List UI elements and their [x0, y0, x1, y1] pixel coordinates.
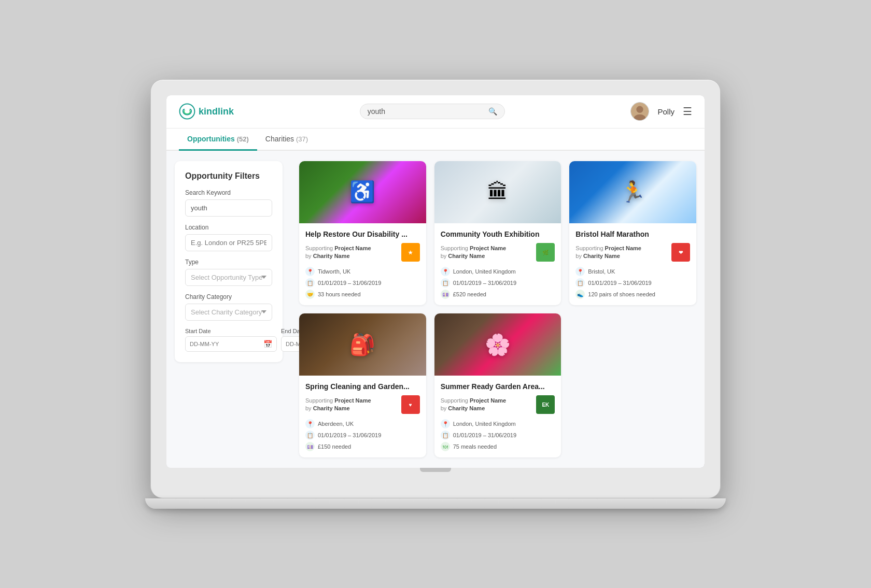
opportunity-meta: 📍 Tidworth, UK 📋 01/01/2019 – 31/06/2019…	[305, 267, 420, 299]
meta-requirement: 🤝 33 hours needed	[305, 290, 420, 299]
location-icon: 📍	[305, 419, 315, 428]
laptop-screen: kindlink 🔍 Polly ☰	[166, 95, 705, 468]
dates-text: 01/01/2019 – 31/06/2019	[588, 280, 651, 286]
requirement-icon: 👟	[575, 290, 585, 299]
requirement-text: 75 meals needed	[453, 443, 497, 450]
opportunity-meta: 📍 Aberdeen, UK 📋 01/01/2019 – 31/06/2019…	[305, 419, 420, 451]
opportunity-image: 🏃	[569, 161, 696, 223]
supporting-text: Supporting Project Name by Charity Name	[441, 245, 507, 261]
supporting-text: Supporting Project Name by Charity Name	[575, 245, 641, 261]
tab-charities-count: (37)	[296, 135, 308, 143]
opportunity-title: Summer Ready Garden Area...	[441, 382, 555, 391]
opportunity-card[interactable]: 🌸 Summer Ready Garden Area... Supporting…	[434, 313, 561, 457]
opportunity-card[interactable]: 🏛 Community Youth Exhibition Supporting …	[434, 161, 561, 305]
tab-opportunities[interactable]: Opportunities (52)	[179, 128, 257, 151]
location-text: Aberdeen, UK	[318, 421, 354, 427]
charity-logo: ♥	[401, 395, 420, 414]
opportunity-card[interactable]: 🏃 Bristol Half Marathon Supporting Proje…	[569, 161, 696, 305]
charity-logo: EK	[536, 395, 555, 414]
meta-location: 📍 London, United Kingdom	[441, 267, 555, 276]
opportunity-card[interactable]: ♿ Help Restore Our Disability ... Suppor…	[299, 161, 426, 305]
laptop-wrapper: kindlink 🔍 Polly ☰	[150, 79, 721, 509]
requirement-icon: 💷	[441, 290, 450, 299]
header-right: Polly ☰	[630, 102, 692, 121]
location-icon: 📍	[305, 267, 315, 276]
supporting-text: Supporting Project Name by Charity Name	[305, 245, 371, 261]
opportunity-title: Help Restore Our Disability ...	[305, 230, 420, 239]
calendar-icon: 📋	[575, 278, 585, 288]
start-date-input-wrap[interactable]: 📅	[185, 336, 277, 352]
tab-opportunities-count: (52)	[237, 135, 249, 143]
calendar-icon: 📋	[441, 431, 450, 440]
opportunity-meta: 📍 London, United Kingdom 📋 01/01/2019 – …	[441, 419, 555, 451]
requirement-text: £150 needed	[318, 443, 351, 450]
meta-requirement: 🍽 75 meals needed	[441, 442, 555, 451]
requirement-icon: 🍽	[441, 442, 450, 451]
charity-logo: 🌿	[536, 243, 555, 262]
search-bar[interactable]: 🔍	[360, 104, 505, 119]
type-filter-label: Type	[185, 259, 272, 266]
meta-requirement: 💷 £520 needed	[441, 290, 555, 299]
meta-location: 📍 Bristol, UK	[575, 267, 690, 276]
opportunity-supporting: Supporting Project Name by Charity Name …	[441, 243, 555, 262]
keyword-filter-input[interactable]	[185, 199, 272, 217]
requirement-text: £520 needed	[453, 291, 486, 297]
location-icon: 📍	[441, 419, 450, 428]
opportunity-supporting: Supporting Project Name by Charity Name …	[305, 395, 420, 414]
laptop-notch	[420, 468, 451, 472]
calendar-icon: 📋	[441, 278, 450, 288]
opportunity-card[interactable]: 🎒 Spring Cleaning and Garden... Supporti…	[299, 313, 426, 457]
requirement-text: 120 pairs of shoes needed	[588, 291, 655, 297]
meta-requirement: 👟 120 pairs of shoes needed	[575, 290, 690, 299]
supporting-text: Supporting Project Name by Charity Name	[441, 397, 507, 413]
sidebar-filters: Opportunity Filters Search Keyword Locat…	[166, 151, 291, 468]
opportunity-supporting: Supporting Project Name by Charity Name …	[305, 243, 420, 262]
type-filter-select[interactable]: Select Opportunity Type	[185, 269, 272, 286]
dates-text: 01/01/2019 – 31/06/2019	[318, 432, 381, 438]
opportunity-body: Community Youth Exhibition Supporting Pr…	[434, 223, 561, 305]
filter-card: Opportunity Filters Search Keyword Locat…	[175, 161, 283, 362]
supporting-text: Supporting Project Name by Charity Name	[305, 397, 371, 413]
start-date-input[interactable]	[190, 341, 261, 347]
meta-location: 📍 London, United Kingdom	[441, 419, 555, 428]
requirement-text: 33 hours needed	[318, 291, 361, 297]
opportunity-image: 🎒	[299, 313, 426, 376]
location-text: London, United Kingdom	[453, 421, 516, 427]
calendar-icon: 📋	[305, 278, 315, 288]
dates-text: 01/01/2019 – 31/06/2019	[453, 280, 516, 286]
meta-dates: 📋 01/01/2019 – 31/06/2019	[441, 278, 555, 288]
keyword-filter-label: Search Keyword	[185, 189, 272, 196]
opportunity-title: Community Youth Exhibition	[441, 230, 555, 239]
svg-point-2	[637, 106, 643, 113]
tab-charities[interactable]: Charities (37)	[257, 128, 316, 151]
meta-dates: 📋 01/01/2019 – 31/06/2019	[305, 278, 420, 288]
location-icon: 📍	[441, 267, 450, 276]
search-input[interactable]	[368, 107, 484, 116]
location-icon: 📍	[575, 267, 585, 276]
opportunity-supporting: Supporting Project Name by Charity Name …	[441, 395, 555, 414]
app-header: kindlink 🔍 Polly ☰	[166, 95, 705, 128]
user-name-label: Polly	[657, 107, 675, 116]
start-date-calendar-icon[interactable]: 📅	[263, 340, 272, 348]
main-content: Opportunity Filters Search Keyword Locat…	[166, 151, 705, 468]
laptop-base	[145, 498, 726, 509]
location-filter-input[interactable]	[185, 234, 272, 251]
filter-card-title: Opportunity Filters	[185, 171, 272, 181]
nav-tabs: Opportunities (52) Charities (37)	[166, 128, 705, 151]
charity-filter-select[interactable]: Select Charity Category	[185, 304, 272, 321]
kindlink-logo-icon	[179, 103, 195, 120]
location-text: London, United Kingdom	[453, 268, 516, 275]
laptop-body: kindlink 🔍 Polly ☰	[150, 79, 721, 498]
charity-logo: ❤	[671, 243, 690, 262]
requirement-icon: 🤝	[305, 290, 315, 299]
opportunity-image: 🌸	[434, 313, 561, 376]
location-filter-label: Location	[185, 224, 272, 231]
start-date-label: Start Date	[185, 328, 277, 334]
hamburger-menu[interactable]: ☰	[683, 105, 692, 118]
opportunity-supporting: Supporting Project Name by Charity Name …	[575, 243, 690, 262]
opportunity-grid: ♿ Help Restore Our Disability ... Suppor…	[291, 151, 705, 468]
start-date-field: Start Date 📅	[185, 328, 277, 352]
opportunity-body: Help Restore Our Disability ... Supporti…	[299, 223, 426, 305]
opportunity-title: Spring Cleaning and Garden...	[305, 382, 420, 391]
meta-location: 📍 Tidworth, UK	[305, 267, 420, 276]
